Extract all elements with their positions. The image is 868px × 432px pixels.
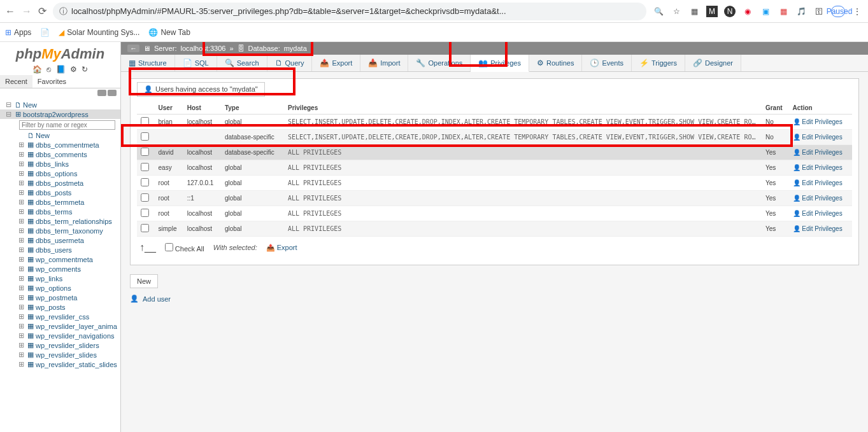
tree-new-db[interactable]: ⊟🗋New: [0, 100, 120, 109]
ext-icon-3[interactable]: ▣: [760, 6, 771, 17]
tab-events[interactable]: 🕒Events: [582, 55, 632, 71]
tab-query[interactable]: 🗋Query: [267, 55, 313, 71]
tree-table[interactable]: ⊞▦wp_postmeta: [0, 293, 120, 302]
edit-icon: 👤: [793, 195, 800, 202]
ext-icon-n[interactable]: N: [724, 6, 736, 17]
tab-sql[interactable]: 📄SQL: [175, 55, 217, 71]
row-checkbox[interactable]: [141, 163, 149, 171]
content-area: ← 🖥 Server: localhost:3306 » 🗄 Database:…: [121, 42, 868, 432]
star-icon[interactable]: ☆: [671, 6, 682, 17]
settings-icon[interactable]: ⚙: [70, 65, 77, 74]
edit-privileges-link[interactable]: 👤 Edit Privileges: [789, 130, 852, 145]
menu-icon[interactable]: ⋮: [851, 6, 863, 17]
tree-table[interactable]: ⊞▦wp_commentmeta: [0, 254, 120, 264]
check-all[interactable]: Check All: [165, 243, 204, 253]
tree-table[interactable]: ⊞▦wp_revslider_slides: [0, 350, 120, 359]
breadcrumb-server-link[interactable]: localhost:3306: [180, 45, 225, 52]
ext-icon-music[interactable]: 🎵: [795, 6, 807, 17]
tree-db-bootstrap2wordpress[interactable]: ⊟⊞bootstrap2wordpress: [0, 109, 120, 119]
tree-table[interactable]: ⊞▦dbbs_term_relationships: [0, 216, 120, 226]
tree-table[interactable]: ⊞▦wp_options: [0, 283, 120, 293]
tree-table[interactable]: ⊞▦wp_links: [0, 274, 120, 283]
collapse-buttons[interactable]: [0, 88, 120, 99]
export-link[interactable]: 📤 Export: [266, 244, 297, 252]
tree-table[interactable]: ⊞▦wp_revslider_sliders: [0, 340, 120, 350]
tab-recent[interactable]: Recent: [0, 75, 32, 88]
tree-table[interactable]: ⊞▦wp_revslider_static_slides: [0, 359, 120, 369]
bookmark-solar[interactable]: ◢Solar Mounting Sys...: [59, 28, 139, 37]
breadcrumb-db-link[interactable]: mydata: [284, 45, 307, 52]
cell-privileges: ALL PRIVILEGES: [284, 176, 762, 191]
cell-privileges: ALL PRIVILEGES: [284, 206, 762, 221]
tree-new-table[interactable]: 🗋New: [0, 131, 120, 140]
reload-nav-icon[interactable]: ↻: [82, 65, 88, 74]
back-button[interactable]: ←: [5, 6, 15, 17]
edit-privileges-link[interactable]: 👤 Edit Privileges: [789, 206, 852, 221]
profile-paused-badge[interactable]: Paused: [831, 6, 845, 17]
docs-icon[interactable]: 📘: [56, 65, 66, 74]
tab-privileges[interactable]: 👥Privileges: [471, 55, 529, 72]
apps-button[interactable]: ⊞Apps: [5, 28, 31, 37]
tab-structure[interactable]: ▦Structure: [121, 55, 175, 71]
col-action: Action: [789, 102, 852, 115]
cell-grant: Yes: [762, 176, 789, 191]
tree-table[interactable]: ⊞▦wp_revslider_layer_anima: [0, 321, 120, 331]
bookmark-1[interactable]: 📄: [40, 28, 50, 37]
ext-icon-m[interactable]: M: [706, 6, 718, 17]
row-checkbox[interactable]: [141, 193, 149, 202]
breadcrumb-back[interactable]: ←: [127, 45, 139, 52]
forward-button[interactable]: →: [22, 6, 32, 17]
edit-privileges-link[interactable]: 👤 Edit Privileges: [789, 145, 852, 160]
tree-table[interactable]: ⊞▦dbbs_usermeta: [0, 235, 120, 245]
check-all-checkbox[interactable]: [165, 243, 173, 251]
ext-icon-pinterest[interactable]: ◉: [742, 6, 753, 17]
edit-privileges-link[interactable]: 👤 Edit Privileges: [789, 176, 852, 191]
ext-icon-1[interactable]: ▦: [688, 6, 700, 17]
add-user-link[interactable]: 👤Add user: [130, 295, 859, 303]
tab-import[interactable]: 📥Import: [360, 55, 408, 71]
tree-table[interactable]: ⊞▦dbbs_term_taxonomy: [0, 226, 120, 235]
tree-table[interactable]: ⊞▦wp_comments: [0, 264, 120, 274]
logout-icon[interactable]: ⎋: [46, 65, 51, 74]
tree-table[interactable]: ⊞▦wp_revslider_navigations: [0, 331, 120, 340]
site-info-icon[interactable]: ⓘ: [59, 6, 68, 17]
edit-privileges-link[interactable]: 👤 Edit Privileges: [789, 191, 852, 206]
tree-table[interactable]: ⊞▦dbbs_commentmeta: [0, 140, 120, 150]
row-checkbox[interactable]: [141, 178, 149, 186]
edit-privileges-link[interactable]: 👤 Edit Privileges: [789, 160, 852, 176]
tab-search[interactable]: 🔍Search: [217, 55, 267, 71]
home-icon[interactable]: 🏠: [32, 65, 42, 74]
row-checkbox[interactable]: [141, 148, 149, 156]
tab-triggers[interactable]: ⚡Triggers: [632, 55, 685, 71]
tab-favorites[interactable]: Favorites: [32, 75, 71, 88]
row-checkbox[interactable]: [141, 224, 149, 232]
cell-host: localhost: [183, 221, 221, 237]
edit-privileges-link[interactable]: 👤 Edit Privileges: [789, 115, 852, 130]
tab-operations[interactable]: 🔧Operations: [408, 55, 471, 71]
tree-table[interactable]: ⊞▦wp_revslider_css: [0, 312, 120, 321]
row-checkbox[interactable]: [141, 117, 149, 125]
ext-icon-key[interactable]: ⚿: [813, 6, 825, 17]
tree-table[interactable]: ⊞▦wp_posts: [0, 302, 120, 312]
tab-routines[interactable]: ⚙Routines: [529, 55, 582, 71]
cell-privileges: ALL PRIVILEGES: [284, 221, 762, 237]
bookmark-newtab[interactable]: 🌐New Tab: [148, 28, 190, 37]
reload-button[interactable]: ⟳: [38, 5, 46, 17]
tab-designer[interactable]: 🔗Designer: [685, 55, 741, 71]
tree-table[interactable]: ⊞▦dbbs_comments: [0, 150, 120, 159]
tab-export[interactable]: 📤Export: [312, 55, 360, 71]
tree-table[interactable]: ⊞▦dbbs_links: [0, 159, 120, 169]
row-checkbox[interactable]: [141, 209, 149, 217]
ext-icon-hq[interactable]: ▦: [778, 6, 789, 17]
tree-table[interactable]: ⊞▦dbbs_posts: [0, 188, 120, 197]
search-in-page-icon[interactable]: 🔍: [653, 6, 664, 17]
tree-table[interactable]: ⊞▦dbbs_termmeta: [0, 197, 120, 207]
tree-table[interactable]: ⊞▦dbbs_options: [0, 169, 120, 178]
url-bar[interactable]: ⓘ localhost/phpMyAdmin/#PMAURL-35:server…: [53, 3, 646, 20]
tree-filter-input[interactable]: [19, 120, 115, 130]
row-checkbox[interactable]: [141, 132, 149, 141]
tree-table[interactable]: ⊞▦dbbs_terms: [0, 207, 120, 216]
tree-table[interactable]: ⊞▦dbbs_postmeta: [0, 178, 120, 188]
tree-table[interactable]: ⊞▦dbbs_users: [0, 245, 120, 254]
edit-privileges-link[interactable]: 👤 Edit Privileges: [789, 221, 852, 237]
